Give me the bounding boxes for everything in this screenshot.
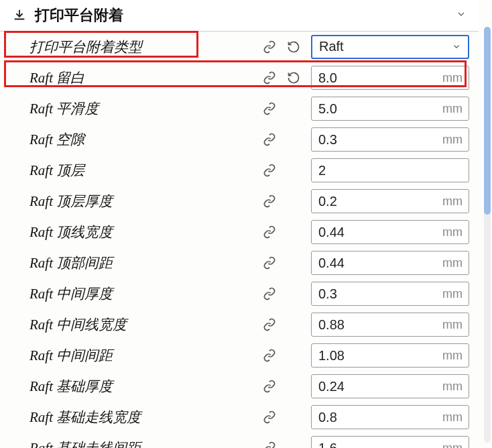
- value-input[interactable]: [311, 189, 469, 213]
- input-wrap: mm: [311, 251, 469, 275]
- setting-label: Raft 顶部间距: [29, 254, 257, 272]
- input-wrap: mm: [311, 374, 469, 398]
- value-input[interactable]: [311, 436, 469, 448]
- setting-row: Raft 顶线宽度mm: [0, 217, 479, 247]
- input-wrap: mm: [311, 127, 469, 152]
- settings-list: 打印平台附着类型RaftRaft 留白mmRaft 平滑度mmRaft 空隙mm…: [0, 32, 479, 448]
- input-wrap: mm: [311, 282, 469, 306]
- link-icon[interactable]: [261, 224, 278, 240]
- setting-row: Raft 平滑度mm: [0, 93, 479, 124]
- setting-row: Raft 空隙mm: [0, 124, 479, 155]
- input-wrap: mm: [311, 405, 469, 429]
- value-input[interactable]: [311, 405, 469, 429]
- link-icon[interactable]: [261, 409, 278, 425]
- scrollbar-thumb[interactable]: [484, 27, 491, 215]
- input-wrap: mm: [311, 436, 469, 448]
- section-title: 打印平台附着: [35, 5, 456, 25]
- reset-icon[interactable]: [286, 39, 302, 55]
- value-input[interactable]: [311, 97, 469, 121]
- setting-row: Raft 中间间距mm: [0, 340, 479, 371]
- setting-label: Raft 平滑度: [29, 99, 257, 118]
- setting-label: Raft 空隙: [29, 130, 257, 149]
- value-input[interactable]: [311, 251, 469, 275]
- setting-label: Raft 中间线宽度: [29, 315, 257, 334]
- setting-label: Raft 中间厚度: [29, 284, 257, 303]
- value-input[interactable]: [311, 282, 469, 306]
- scrollbar-track[interactable]: [484, 27, 491, 443]
- adhesion-icon: [12, 8, 27, 23]
- setting-label: Raft 顶线宽度: [29, 223, 257, 241]
- setting-row: Raft 基础厚度mm: [0, 371, 479, 402]
- link-icon[interactable]: [261, 162, 278, 178]
- setting-label: Raft 顶层: [29, 161, 257, 180]
- link-icon[interactable]: [261, 286, 278, 302]
- value-input[interactable]: [311, 343, 469, 368]
- link-icon[interactable]: [261, 193, 278, 209]
- link-icon[interactable]: [261, 39, 278, 55]
- input-wrap: mm: [311, 66, 469, 90]
- chevron-down-icon: [456, 9, 467, 23]
- link-icon[interactable]: [261, 255, 278, 271]
- value-input[interactable]: [311, 220, 469, 244]
- reset-icon[interactable]: [286, 70, 302, 86]
- link-icon[interactable]: [261, 131, 278, 148]
- value-input[interactable]: [311, 374, 469, 398]
- link-icon[interactable]: [261, 317, 278, 333]
- settings-panel: 打印平台附着 打印平台附着类型RaftRaft 留白mmRaft 平滑度mmRa…: [0, 0, 492, 448]
- setting-row: 打印平台附着类型Raft: [0, 32, 479, 62]
- setting-label: Raft 留白: [29, 68, 257, 87]
- link-icon[interactable]: [261, 101, 278, 117]
- setting-label: Raft 基础厚度: [29, 377, 257, 396]
- setting-row: Raft 顶层: [0, 155, 479, 186]
- setting-row: Raft 留白mm: [0, 62, 479, 93]
- link-icon[interactable]: [261, 347, 278, 363]
- setting-row: Raft 顶部间距mm: [0, 247, 479, 278]
- input-wrap: mm: [311, 220, 469, 244]
- input-wrap: mm: [311, 343, 469, 368]
- adhesion-type-select[interactable]: Raft: [311, 35, 469, 59]
- setting-label: Raft 基础走线宽度: [29, 408, 257, 427]
- value-input[interactable]: [311, 66, 469, 90]
- link-icon[interactable]: [261, 378, 278, 394]
- setting-label: 打印平台附着类型: [29, 38, 257, 56]
- setting-label: Raft 中间间距: [29, 346, 257, 365]
- value-input[interactable]: [311, 158, 469, 182]
- value-input[interactable]: [311, 127, 469, 152]
- setting-row: Raft 顶层厚度mm: [0, 186, 479, 217]
- input-wrap: mm: [311, 97, 469, 121]
- value-input[interactable]: [311, 313, 469, 337]
- link-icon[interactable]: [261, 70, 278, 86]
- link-icon[interactable]: [261, 440, 278, 448]
- setting-label: Raft 顶层厚度: [29, 192, 257, 211]
- input-wrap: mm: [311, 189, 469, 213]
- setting-row: Raft 中间线宽度mm: [0, 309, 479, 340]
- setting-row: Raft 中间厚度mm: [0, 278, 479, 309]
- section-header[interactable]: 打印平台附着: [0, 0, 479, 32]
- setting-row: Raft 基础走线宽度mm: [0, 402, 479, 433]
- setting-row: Raft 基础走线间距mm: [0, 433, 479, 448]
- input-wrap: [311, 158, 469, 182]
- input-wrap: mm: [311, 313, 469, 337]
- input-wrap: Raft: [311, 35, 469, 59]
- setting-label: Raft 基础走线间距: [29, 439, 257, 448]
